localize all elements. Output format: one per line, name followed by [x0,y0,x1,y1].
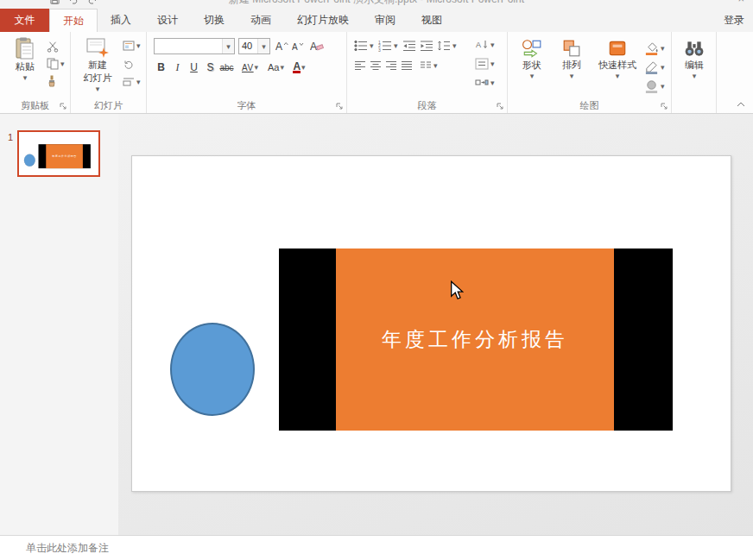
blue-ellipse-shape[interactable] [170,323,255,416]
tab-slide-show[interactable]: 幻灯片放映 [284,9,362,32]
tab-view[interactable]: 视图 [408,9,455,32]
italic-button[interactable]: I [170,60,185,75]
text-shadow-button[interactable]: S [203,60,218,75]
font-size-value: 40 [239,39,257,53]
tab-insert[interactable]: 插入 [98,9,144,32]
align-right-button[interactable] [385,60,397,71]
line-spacing-button[interactable] [437,40,457,52]
svg-text:A: A [310,41,317,52]
paragraph-dialog-launcher-icon[interactable] [495,101,505,111]
window-title: 新建 Microsoft PowerPoint 演示文稿.pptx - Micr… [0,0,753,9]
paste-label: 粘贴 [16,61,35,72]
dropdown-caret [693,72,697,79]
reset-button[interactable] [123,60,135,70]
layout-button[interactable] [123,41,141,51]
slide-thumbnail-preview: 年度工作分析报告 [19,132,98,177]
slide-canvas[interactable]: 年度工作分析报告 [118,114,753,535]
bullets-icon [354,40,368,52]
section-button[interactable] [123,77,141,87]
arrange-label: 排列 [562,60,581,71]
close-icon[interactable]: × [737,0,744,9]
font-size-combo[interactable]: 40 [238,38,270,54]
shape-outline-button[interactable] [644,60,665,74]
thumb-title-text: 年度工作分析报告 [52,154,77,158]
svg-text:3: 3 [378,47,381,53]
text-direction-button[interactable]: A [475,39,495,51]
increase-indent-icon [420,40,433,52]
chevron-down-icon[interactable] [257,39,269,53]
format-painter-button[interactable] [47,75,57,87]
collapse-ribbon-button[interactable] [736,99,746,110]
new-slide-button[interactable]: 新建 幻灯片 [74,37,121,92]
shape-fill-button[interactable] [644,41,665,55]
align-center-icon [370,60,382,71]
font-group-label: 字体 [147,99,346,112]
numbering-button[interactable]: 123 [378,40,398,52]
shapes-button[interactable]: 形状 [513,39,551,79]
font-name-value [155,39,222,53]
group-slides: 新建 幻灯片 幻灯片 [71,32,147,113]
bullets-button[interactable] [354,40,374,52]
paste-button[interactable]: 粘贴 [7,37,43,81]
shape-effects-icon [644,79,659,93]
shape-effects-button[interactable] [644,79,665,93]
dropdown-caret [661,64,665,71]
clear-formatting-button[interactable]: A [309,38,324,53]
clipboard-dialog-launcher-icon[interactable] [58,101,68,111]
svg-text:A: A [275,41,282,52]
chevron-down-icon[interactable] [222,39,234,53]
dropdown-caret [433,62,438,69]
increase-indent-button[interactable] [420,40,433,52]
shrink-font-button[interactable]: A [290,38,305,53]
slide-thumbnail-panel: 1 年度工作分析报告 [0,114,118,535]
svg-text:A: A [292,42,298,52]
scissors-icon [47,41,59,53]
quick-styles-button[interactable]: 快速样式 [592,39,642,79]
copy-button[interactable] [47,58,65,70]
change-case-button[interactable]: Aa [268,60,284,75]
font-dialog-launcher-icon[interactable] [334,101,345,111]
orange-rectangle-shape[interactable]: 年度工作分析报告 [336,249,614,431]
sign-in-button[interactable]: 登录 [724,9,744,32]
underline-button[interactable]: U [187,60,201,75]
grow-font-button[interactable]: A [275,38,289,53]
notes-pane[interactable]: 单击此处添加备注 [0,535,753,560]
dropdown-caret [616,72,620,79]
tab-animations[interactable]: 动画 [237,9,284,32]
cut-button[interactable] [47,41,59,53]
drawing-dialog-launcher-icon[interactable] [659,101,669,111]
binoculars-icon [684,39,705,58]
strikethrough-button[interactable]: abc [219,60,234,75]
shrink-font-icon: A [292,41,304,52]
align-left-button[interactable] [354,60,366,71]
slide[interactable]: 年度工作分析报告 [131,155,731,492]
copy-icon [47,58,59,70]
slide-title-text[interactable]: 年度工作分析报告 [382,326,568,353]
editing-button[interactable]: 编辑 [678,39,711,79]
font-color-button[interactable]: A [292,60,307,75]
columns-button[interactable] [420,60,438,71]
convert-to-smartart-button[interactable] [475,77,495,89]
slide-thumbnail[interactable]: 年度工作分析报告 [17,130,100,177]
arrange-button[interactable]: 排列 [553,39,591,79]
notes-placeholder[interactable]: 单击此处添加备注 [0,541,109,556]
tab-design[interactable]: 设计 [144,9,191,32]
dropdown-caret [136,79,141,85]
text-direction-icon: A [475,39,489,51]
dropdown-caret [490,60,495,67]
dropdown-caret [96,85,100,92]
align-text-button[interactable] [475,58,495,70]
tab-file[interactable]: 文件 [0,9,49,32]
dropdown-caret [490,41,495,48]
decrease-indent-button[interactable] [402,40,416,52]
character-spacing-button[interactable]: AV [242,60,258,75]
dropdown-caret [23,74,28,81]
tab-review[interactable]: 审阅 [362,9,408,32]
font-name-combo[interactable] [154,38,235,54]
align-center-button[interactable] [370,60,382,71]
bold-button[interactable]: B [154,60,168,75]
dropdown-caret [661,83,665,90]
justify-button[interactable] [401,60,413,71]
tab-home[interactable]: 开始 [49,9,98,32]
tab-transitions[interactable]: 切换 [191,9,237,32]
